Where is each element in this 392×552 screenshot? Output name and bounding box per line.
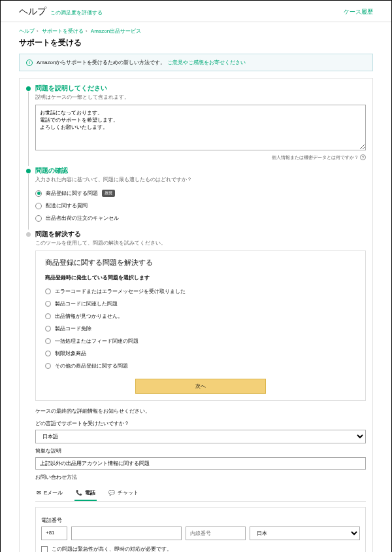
phone-box: 電話番号 +81 日本 この問題は緊急性が高く、即時の対応が必要です。 すぐに電… <box>35 507 366 552</box>
step-confirm-sub: 入力された内容に基づいて、問題に最も適したものはどれですか？ <box>35 176 366 183</box>
country-code[interactable]: +81 <box>41 526 67 540</box>
header-title: ヘルプ <box>19 6 46 18</box>
checkbox-icon <box>41 546 48 553</box>
tab-chat[interactable]: 💬チャット <box>107 486 140 501</box>
radio-icon <box>35 215 42 222</box>
chat-icon: 💬 <box>108 490 115 496</box>
help-icon[interactable]: ? <box>360 154 366 160</box>
tab-email[interactable]: ✉Eメール <box>35 486 64 501</box>
case-history-link[interactable]: ケース履歴 <box>344 9 373 15</box>
solve-title: 商品登録に関する問題を解決する <box>45 258 356 267</box>
confirm-option[interactable]: 配送に関する質問 <box>35 199 366 212</box>
mail-icon: ✉ <box>37 490 41 496</box>
desc-label: 簡単な説明 <box>35 447 366 455</box>
step-confirm-title: 問題の確認 <box>35 166 366 175</box>
desc-input[interactable] <box>35 457 366 470</box>
step-describe-title: 問題を説明してください <box>35 84 366 93</box>
country-select[interactable]: 日本 <box>250 526 360 540</box>
contact-tabs: ✉Eメール 📞電話 💬チャット <box>35 486 366 502</box>
page-title: サポートを受ける <box>1 36 391 54</box>
phone-icon: 📞 <box>76 490 82 496</box>
phone-label: 電話番号 <box>41 517 360 524</box>
step-describe-sub: 説明はケースの一部として含まれます。 <box>35 94 366 101</box>
info-alert: i Amazonからサポートを受けるための新しい方法です。 ご意見やご感想をお寄… <box>19 54 373 71</box>
phone-number-input[interactable] <box>71 526 182 540</box>
contact-label: お問い合わせ方法 <box>35 474 366 481</box>
solve-option[interactable]: その他の商品登録に関する問題 <box>45 360 356 372</box>
case-note: ケースの最終的な詳細情報をお知らせください。 <box>35 407 366 415</box>
step-describe: 問題を説明してください 説明はケースの一部として含まれます。 お世話になっており… <box>26 84 366 161</box>
solve-option[interactable]: 出品情報が見つかりません。 <box>45 310 356 322</box>
lang-label: どの言語でサポートを受けたいですか？ <box>35 420 366 427</box>
header: ヘルプ この満足度を評価する ケース履歴 <box>1 1 391 22</box>
radio-icon <box>35 203 42 209</box>
step-resolve-sub: このツールを使用して、問題の解決を試みてください。 <box>35 239 366 247</box>
step-resolve: 問題を解決する このツールを使用して、問題の解決を試みてください。 商品登録に関… <box>26 230 366 552</box>
rate-link[interactable]: この満足度を評価する <box>50 9 103 16</box>
steps-panel: 問題を説明してください 説明はケースの一部として含まれます。 お世話になっており… <box>19 78 373 552</box>
alert-text: Amazonからサポートを受けるための新しい方法です。 <box>37 60 165 65</box>
recommended-badge: 推奨 <box>102 190 115 197</box>
step-resolve-title: 問題を解決する <box>35 230 366 239</box>
tab-phone[interactable]: 📞電話 <box>74 486 97 501</box>
breadcrumb-item[interactable]: Amazon出品サービス <box>91 28 141 34</box>
urgent-checkbox-row[interactable]: この問題は緊急性が高く、即時の対応が必要です。 <box>41 545 360 552</box>
extension-input[interactable] <box>186 526 246 540</box>
confirm-option[interactable]: 商品登録に関する問題 推奨 <box>35 187 366 199</box>
solve-panel: 商品登録に関する問題を解決する 商品登録時に発生している問題を選択します エラー… <box>35 250 366 401</box>
info-icon: i <box>26 60 33 66</box>
confirm-option[interactable]: 出品者出荷の注文のキャンセル <box>35 212 366 224</box>
feedback-link[interactable]: ご意見やご感想をお寄せください <box>167 60 246 65</box>
solve-option[interactable]: 制限対象商品 <box>45 347 356 360</box>
breadcrumb-item[interactable]: ヘルプ <box>19 28 35 34</box>
solve-option[interactable]: 製品コード免除 <box>45 322 356 335</box>
solve-subtitle: 商品登録時に発生している問題を選択します <box>45 274 356 281</box>
solve-option[interactable]: 一括処理またはフィード関連の問題 <box>45 335 356 347</box>
breadcrumb-item[interactable]: サポートを受ける <box>42 28 84 34</box>
step-confirm: 問題の確認 入力された内容に基づいて、問題に最も適したものはどれですか？ 商品登… <box>26 166 366 224</box>
radio-icon <box>35 190 42 197</box>
solve-option[interactable]: エラーコードまたはエラーメッセージを受け取りました <box>45 285 356 298</box>
issue-textarea[interactable]: お世話になっております。 電話でのサポートを希望します。 よろしくお願いいたしま… <box>35 105 366 150</box>
next-button[interactable]: 次へ <box>135 379 266 394</box>
solve-option[interactable]: 製品コードに関連した問題 <box>45 298 356 310</box>
breadcrumb: ヘルプ› サポートを受ける› Amazon出品サービス <box>1 22 391 36</box>
lang-select[interactable]: 日本語 <box>35 430 366 443</box>
privacy-note[interactable]: 個人情報または機密データとは何ですか？ <box>272 155 359 160</box>
